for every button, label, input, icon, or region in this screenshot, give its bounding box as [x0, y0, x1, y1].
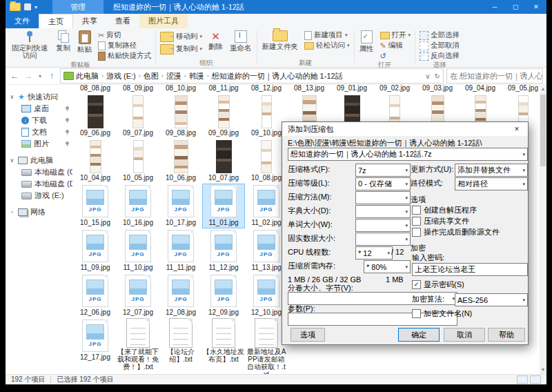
easy-access-button[interactable]: 轻松访问 ▾: [302, 41, 352, 50]
help-button[interactable]: 帮助: [488, 328, 525, 342]
file-item[interactable]: 09_01.jpg: [331, 85, 373, 94]
file-item[interactable]: 08_09.jpg: [117, 85, 159, 94]
options-button[interactable]: 选项: [290, 328, 325, 342]
delete-after-checkbox[interactable]: 操作完成后删除源文件: [412, 227, 500, 237]
paste-shortcut-button[interactable]: 粘贴快捷方式: [96, 51, 153, 61]
file-item[interactable]: JPG12_06.jpg: [74, 273, 117, 318]
breadcrumb-setu[interactable]: 色图: [144, 71, 159, 81]
file-item[interactable]: 10_05.jpg: [117, 139, 159, 184]
sidebar-item-drive-d[interactable]: 本地磁盘 (D:): [6, 178, 72, 190]
qat-icon[interactable]: [24, 3, 31, 10]
new-folder-button[interactable]: 新建文件夹: [259, 29, 302, 50]
format-combo[interactable]: 7z ▾: [355, 164, 411, 177]
file-item[interactable]: 08_10.jpg: [159, 85, 202, 94]
file-item[interactable]: 08_13.jpg: [288, 85, 331, 94]
ok-button[interactable]: 确定: [398, 328, 440, 342]
encryption-method-combo[interactable]: AES-256 ▾: [455, 293, 528, 306]
open-button[interactable]: 打开 ▾: [378, 30, 413, 40]
cancel-button[interactable]: 取消: [444, 328, 485, 342]
file-item[interactable]: JPG11_11.jpg: [159, 228, 202, 273]
breadcrumb-hanman[interactable]: 韩漫: [189, 71, 204, 81]
method-combo[interactable]: ▾: [355, 191, 411, 204]
file-item[interactable]: JPG12_09.jpg: [202, 273, 245, 318]
file-item[interactable]: 【来了就能下载和观看！免费！】.txt: [117, 318, 159, 363]
refresh-icon[interactable]: ↻: [435, 72, 440, 80]
file-item[interactable]: JPG11_09.jpg: [74, 228, 117, 273]
up-icon[interactable]: ↑: [46, 71, 57, 81]
sidebar-item-desktop[interactable]: 桌面: [6, 103, 72, 115]
scrollbar-thumb[interactable]: [540, 95, 546, 166]
search-input[interactable]: 在 想知道妳的一切｜诱人心...: [446, 68, 543, 84]
file-item[interactable]: JPG10_17.jpg: [159, 184, 202, 228]
sidebar-item-network[interactable]: › 网络: [6, 206, 72, 218]
forward-icon[interactable]: →: [23, 71, 34, 81]
file-item[interactable]: 09_08.jpg: [159, 94, 202, 139]
file-item[interactable]: 08_08.jpg: [74, 85, 117, 94]
file-item[interactable]: JPG12_08.jpg: [159, 273, 202, 318]
file-item[interactable]: 09_07.jpg: [117, 94, 159, 139]
sidebar-item-documents[interactable]: 文档: [6, 126, 72, 138]
tab-share[interactable]: 共享: [73, 14, 106, 28]
sidebar-item-drive-e[interactable]: 游戏 (E:): [6, 190, 72, 202]
file-item[interactable]: 09_05.jpg: [502, 85, 544, 94]
pin-to-quick-access-button[interactable]: 固定到快速访问: [8, 29, 52, 59]
minimize-button[interactable]: ─: [484, 0, 505, 14]
paste-button[interactable]: 粘贴: [75, 29, 95, 53]
level-combo[interactable]: 0 - 仅存储 ▾: [355, 177, 411, 190]
select-none-button[interactable]: 全部取消: [417, 41, 462, 50]
tab-home[interactable]: 主页: [39, 14, 73, 29]
file-item[interactable]: JPG11_01.jpg: [202, 184, 245, 228]
cpu-threads-combo[interactable]: * 12 ▾: [355, 246, 393, 259]
rename-button[interactable]: 重命名: [227, 29, 255, 52]
update-mode-combo[interactable]: 添加并替换文件 ▾: [455, 164, 528, 177]
scroll-down-icon[interactable]: ▼: [540, 366, 546, 374]
edit-button[interactable]: ✎ 编辑: [378, 41, 413, 50]
select-all-button[interactable]: 全部选择: [417, 30, 462, 40]
file-item[interactable]: JPG12_07.jpg: [117, 273, 159, 318]
move-to-button[interactable]: 移动到 ▾: [158, 31, 204, 42]
copy-path-button[interactable]: 复制路径: [96, 41, 153, 50]
compress-shared-checkbox[interactable]: 压缩共享文件: [412, 216, 469, 226]
properties-button[interactable]: 属性: [357, 29, 377, 52]
cut-button[interactable]: ✂ 剪切: [96, 30, 153, 40]
breadcrumb-seman[interactable]: 涩漫: [166, 71, 181, 81]
chevron-collapsed-icon[interactable]: ›: [9, 209, 15, 215]
scroll-up-icon[interactable]: ▲: [540, 85, 546, 93]
address-dropdown-icon[interactable]: ∨: [425, 72, 430, 80]
file-item[interactable]: JPG12_17.jpg: [74, 318, 117, 363]
file-item[interactable]: 09_02.jpg: [373, 85, 416, 94]
file-item[interactable]: 【论坛介绍】.txt: [159, 318, 202, 363]
back-icon[interactable]: ←: [9, 71, 20, 81]
qat-dropdown-icon[interactable]: ▾: [34, 4, 37, 10]
details-view-icon[interactable]: [517, 375, 528, 384]
file-item[interactable]: 10_07.jpg: [202, 139, 245, 184]
address-box[interactable]: 此电脑 › 游戏 (E:) › 色图 › 涩漫 › 韩漫 › 想知道妳的一切｜诱…: [60, 68, 444, 84]
tab-picture-tools[interactable]: 图片工具: [139, 14, 188, 28]
word-size-combo[interactable]: ▾: [355, 219, 411, 232]
tab-view[interactable]: 查看: [106, 14, 139, 28]
dialog-close-icon[interactable]: ✕: [506, 122, 528, 136]
file-item[interactable]: 10_04.jpg: [74, 139, 117, 184]
sidebar-item-quick-access[interactable]: ∨ ★ 快速访问: [6, 91, 72, 103]
copy-button[interactable]: 复制: [53, 29, 73, 52]
invert-selection-button[interactable]: 反向选择: [417, 51, 462, 61]
tab-file[interactable]: 文件: [6, 14, 39, 28]
sidebar-item-this-pc[interactable]: ∨ 此电脑: [6, 155, 72, 166]
file-item[interactable]: JPG11_12.jpg: [202, 228, 245, 273]
delete-button[interactable]: ✕ 删除: [206, 29, 226, 50]
dictionary-combo[interactable]: ▾: [355, 205, 411, 218]
file-item[interactable]: 09_09.jpg: [202, 94, 245, 139]
vertical-scrollbar[interactable]: ▲ ▼: [540, 85, 546, 374]
path-mode-combo[interactable]: 相对路径 ▾: [455, 177, 528, 190]
sidebar-item-drive-c[interactable]: 本地磁盘 (C:): [6, 166, 72, 178]
file-item[interactable]: 09_03.jpg: [416, 85, 459, 94]
file-item[interactable]: JPG11_10.jpg: [117, 228, 159, 273]
file-item[interactable]: 【永久地址发布页】.txt: [202, 318, 245, 363]
encrypt-names-checkbox[interactable]: 加密文件名(N): [412, 308, 472, 319]
chevron-expanded-icon[interactable]: ∨: [9, 157, 15, 164]
new-item-button[interactable]: 新建项目 ▾: [302, 30, 352, 40]
maximize-button[interactable]: ▢: [505, 0, 526, 14]
breadcrumb-drive-e[interactable]: 游戏 (E:): [106, 71, 136, 81]
copy-to-button[interactable]: 复制到 ▾: [158, 43, 204, 55]
file-item[interactable]: 08_11.jpg: [202, 85, 245, 94]
